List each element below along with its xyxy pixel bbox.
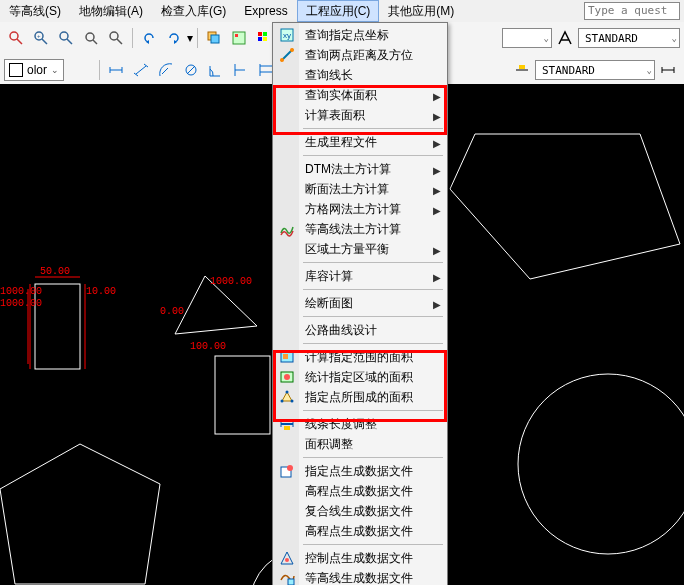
dim-linear-icon[interactable] <box>104 58 128 82</box>
dim-diameter-icon[interactable] <box>179 58 203 82</box>
dropdown-item[interactable]: DTM法土方计算▶ <box>275 159 445 179</box>
menu-item-engineering[interactable]: 工程应用(C) <box>297 0 380 22</box>
menu-item-check[interactable]: 检查入库(G) <box>152 0 235 22</box>
dropdown-item-label: 复合线生成数据文件 <box>305 503 413 520</box>
dropdown-item-label: 面积调整 <box>305 436 353 453</box>
text-style-icon[interactable] <box>553 26 577 50</box>
dropdown-item[interactable]: 计算表面积▶ <box>275 105 445 125</box>
dim-update-icon[interactable] <box>656 58 680 82</box>
dropdown-item[interactable]: 查询线长 <box>275 65 445 85</box>
dropdown-item[interactable]: 查询实体面积▶ <box>275 85 445 105</box>
xy-icon: xy <box>279 27 295 43</box>
dropdown-item[interactable]: 库容计算▶ <box>275 266 445 286</box>
dropdown-item-label: 查询线长 <box>305 67 353 84</box>
separator <box>197 28 198 48</box>
dim-angular-icon[interactable] <box>204 58 228 82</box>
contour-icon <box>279 221 295 237</box>
question-input[interactable]: Type a quest <box>584 2 680 20</box>
zoom-out-icon[interactable] <box>54 26 78 50</box>
dropdown-item[interactable]: 线条长度调整 <box>275 414 445 434</box>
svg-rect-18 <box>263 32 267 36</box>
area2-icon <box>279 369 295 385</box>
dropdown-item[interactable]: 复合线生成数据文件 <box>275 501 445 521</box>
svg-point-73 <box>281 400 284 403</box>
dropdown-item[interactable]: 计算指定范围的面积 <box>275 347 445 367</box>
svg-line-36 <box>187 66 195 74</box>
dim-label: 10.00 <box>86 286 116 297</box>
dropdown-item-label: 指定点所围成的面积 <box>305 389 413 406</box>
dropdown-item-label: 高程点生成数据文件 <box>305 483 413 500</box>
dropdown-item[interactable]: 方格网法土方计算▶ <box>275 199 445 219</box>
menu-item-edit[interactable]: 地物编辑(A) <box>70 0 152 22</box>
svg-point-83 <box>285 558 289 562</box>
color-selector[interactable]: olor ⌄ <box>4 59 64 81</box>
dropdown-item-label: 线条长度调整 <box>305 416 377 433</box>
svg-point-9 <box>110 32 118 40</box>
style-combo-small[interactable]: ⌄ <box>502 28 552 48</box>
svg-text:+: + <box>37 33 41 39</box>
dropdown-item[interactable]: 公路曲线设计 <box>275 320 445 340</box>
menu-item-express[interactable]: Express <box>235 0 296 22</box>
cline-icon <box>279 570 295 585</box>
separator <box>99 60 100 80</box>
svg-rect-19 <box>258 37 262 41</box>
area3-icon <box>279 389 295 405</box>
text-style-combo[interactable]: STANDARD⌄ <box>578 28 680 48</box>
layer-props-icon[interactable] <box>227 26 251 50</box>
dropdown-item[interactable]: 等高线生成数据文件 <box>275 568 445 585</box>
dim-style-edit-icon[interactable] <box>510 58 534 82</box>
dropdown-item[interactable]: 指定点所围成的面积 <box>275 387 445 407</box>
menu-item-contour[interactable]: 等高线(S) <box>0 0 70 22</box>
submenu-arrow-icon: ▶ <box>433 91 441 102</box>
svg-point-71 <box>284 374 290 380</box>
dim-aligned-icon[interactable] <box>129 58 153 82</box>
dim-style-combo[interactable]: STANDARD⌄ <box>535 60 655 80</box>
dropdown-item[interactable]: 生成里程文件▶ <box>275 132 445 152</box>
submenu-arrow-icon: ▶ <box>433 272 441 283</box>
area1-icon <box>279 349 295 365</box>
dropdown-item[interactable]: 控制点生成数据文件 <box>275 548 445 568</box>
svg-line-34 <box>162 68 168 74</box>
dropdown-item-label: 区域土方量平衡 <box>305 241 389 258</box>
chevron-down-icon: ⌄ <box>51 65 59 75</box>
svg-rect-84 <box>288 579 294 585</box>
zoom-extents-icon[interactable]: + <box>29 26 53 50</box>
dropdown-item[interactable]: 高程点生成数据文件 <box>275 481 445 501</box>
svg-point-60 <box>518 374 684 554</box>
dropdown-item[interactable]: xy查询指定点坐标 <box>275 25 445 45</box>
dropdown-item-label: 控制点生成数据文件 <box>305 550 413 567</box>
submenu-arrow-icon: ▶ <box>433 185 441 196</box>
dropdown-separator <box>303 544 443 545</box>
dropdown-separator <box>303 410 443 411</box>
dropdown-item[interactable]: 等高线法土方计算 <box>275 219 445 239</box>
chevron-down-icon: ⌄ <box>672 33 677 43</box>
dropdown-item[interactable]: 面积调整 <box>275 434 445 454</box>
dropdown-item[interactable]: 断面法土方计算▶ <box>275 179 445 199</box>
layers-icon[interactable] <box>202 26 226 50</box>
dist-icon <box>279 47 295 63</box>
dropdown-separator <box>303 316 443 317</box>
zoom-realtime-icon[interactable] <box>79 26 103 50</box>
svg-line-8 <box>93 40 97 44</box>
dropdown-item[interactable]: 查询两点距离及方位 <box>275 45 445 65</box>
zoom-window-icon[interactable] <box>4 26 28 50</box>
dropdown-item[interactable]: 统计指定区域的面积 <box>275 367 445 387</box>
menu-item-other[interactable]: 其他应用(M) <box>379 0 463 22</box>
dropdown-separator <box>303 128 443 129</box>
undo-icon[interactable] <box>137 26 161 50</box>
dim-label: 50.00 <box>40 266 70 277</box>
svg-rect-79 <box>284 426 290 430</box>
dropdown-separator <box>303 289 443 290</box>
svg-rect-48 <box>519 65 525 69</box>
dropdown-arrow[interactable]: ▾ <box>187 31 193 45</box>
zoom-prev-icon[interactable] <box>104 26 128 50</box>
dropdown-item[interactable]: 绘断面图▶ <box>275 293 445 313</box>
dim-ordinate-icon[interactable] <box>229 58 253 82</box>
dropdown-item[interactable]: 指定点生成数据文件 <box>275 461 445 481</box>
svg-line-10 <box>117 39 122 44</box>
dropdown-item[interactable]: 高程点生成数据文件 <box>275 521 445 541</box>
redo-icon[interactable] <box>162 26 186 50</box>
dim-radius-icon[interactable] <box>154 58 178 82</box>
dropdown-item[interactable]: 区域土方量平衡▶ <box>275 239 445 259</box>
dropdown-item-label: 统计指定区域的面积 <box>305 369 413 386</box>
